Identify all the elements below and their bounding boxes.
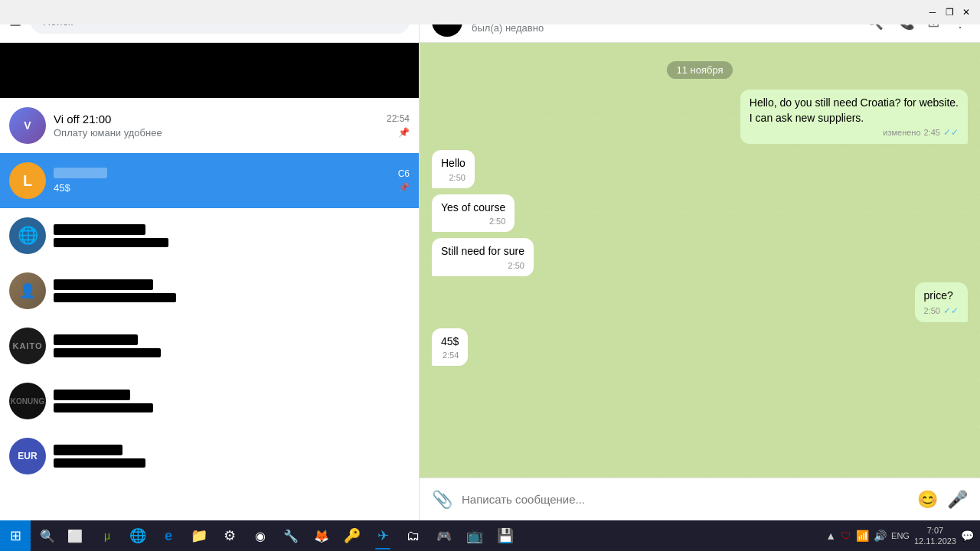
tray-antivirus[interactable]: 🛡 bbox=[841, 530, 851, 542]
date-badge: 11 ноября bbox=[667, 61, 732, 79]
chat-item-blacked-top[interactable] bbox=[0, 43, 419, 98]
chat-area: был(а) недавно 🔍 📞 ⊞ ⋮ 11 ноября Hello, … bbox=[420, 0, 980, 520]
avatar-kaito: KAITO bbox=[9, 328, 46, 364]
pin-icon-l: 📌 bbox=[398, 182, 410, 193]
taskbar-app-misc1[interactable]: 🔧 bbox=[276, 520, 306, 551]
start-button[interactable]: ⊞ bbox=[0, 520, 31, 551]
chat-info-person2 bbox=[54, 279, 410, 302]
message-time-4: 2:50 bbox=[508, 261, 524, 270]
message-footer-5: 2:50 ✓✓ bbox=[924, 305, 959, 316]
chat-item-person2[interactable]: 👤 bbox=[0, 263, 419, 318]
taskbar-app-telegram[interactable]: ✈ bbox=[368, 520, 398, 551]
taskbar-app-folder[interactable]: 🗂 bbox=[398, 520, 429, 551]
message-text-1: Hello, do you still need Croatia? for we… bbox=[750, 96, 959, 126]
chat-meta-vi: 22:54 📌 bbox=[387, 113, 410, 138]
taskbar-search[interactable]: 🔍 bbox=[34, 522, 61, 549]
read-check-5: ✓✓ bbox=[943, 305, 959, 316]
taskbar-app-utorrent[interactable]: μ bbox=[92, 520, 122, 551]
message-time-6: 2:54 bbox=[443, 350, 459, 360]
message-bubble-3[interactable]: Yes of course 2:50 bbox=[432, 194, 514, 233]
message-time-3: 2:50 bbox=[489, 217, 505, 226]
message-time-5: 2:50 bbox=[924, 306, 940, 315]
taskbar-app-edge[interactable]: e bbox=[153, 520, 184, 551]
mic-icon[interactable]: 🎤 bbox=[947, 490, 968, 510]
attach-icon[interactable]: 📎 bbox=[432, 490, 452, 510]
message-footer-3: 2:50 bbox=[441, 217, 505, 226]
message-time-1: 2:45 bbox=[924, 128, 940, 137]
chat-info-kaito bbox=[54, 334, 410, 357]
chat-item-konung[interactable]: KONUNG bbox=[0, 373, 419, 429]
avatar-l: L bbox=[9, 162, 46, 199]
message-footer-2: 2:50 bbox=[441, 173, 466, 182]
tray-volume[interactable]: 🔊 bbox=[874, 530, 887, 542]
taskbar-app-files[interactable]: 📁 bbox=[184, 520, 214, 551]
message-footer-6: 2:54 bbox=[441, 350, 459, 360]
chat-list: V Vi off 21:00 Оплату юмани удобнее 22:5… bbox=[0, 43, 419, 520]
chat-item-globe[interactable]: 🌐 bbox=[0, 208, 419, 263]
tray-arrow[interactable]: ▲ bbox=[825, 530, 836, 542]
taskbar-app-storage[interactable]: 💾 bbox=[490, 520, 521, 551]
chat-input-area: 📎 😊 🎤 bbox=[420, 478, 980, 520]
message-bubble-1[interactable]: Hello, do you still need Croatia? for we… bbox=[740, 90, 968, 144]
message-row-3: Yes of course 2:50 bbox=[432, 194, 968, 233]
restore-button[interactable]: ❐ bbox=[942, 5, 957, 20]
chat-preview-l: 45$ bbox=[54, 182, 390, 194]
tray-network[interactable]: 📶 bbox=[856, 530, 869, 542]
message-row-6: 45$ 2:54 bbox=[432, 328, 968, 367]
chat-time-vi: 22:54 bbox=[387, 113, 410, 124]
message-text-5: price? bbox=[924, 289, 959, 304]
taskbar-app-key[interactable]: 🔑 bbox=[337, 520, 368, 551]
minimize-button[interactable]: ─ bbox=[925, 5, 940, 20]
chat-item-eur[interactable]: EUR bbox=[0, 429, 419, 484]
chat-name-l bbox=[54, 168, 390, 181]
taskbar-apps: μ 🌐 e 📁 ⚙ ◉ 🔧 🦊 🔑 ✈ 🗂 🎮 📺 💾 bbox=[89, 520, 819, 551]
chat-info-eur bbox=[54, 445, 410, 468]
message-footer-4: 2:50 bbox=[441, 261, 524, 270]
chat-name-vi: Vi off 21:00 bbox=[54, 112, 379, 126]
close-button[interactable]: ✕ bbox=[959, 5, 974, 20]
taskbar-tray: ▲ 🛡 📶 🔊 ENG 7:07 12.11.2023 💬 bbox=[819, 525, 980, 547]
chat-meta-l: С6 📌 bbox=[398, 168, 410, 193]
message-bubble-6[interactable]: 45$ 2:54 bbox=[432, 328, 468, 367]
tray-lang[interactable]: ENG bbox=[891, 531, 910, 540]
message-input[interactable] bbox=[462, 493, 908, 506]
message-row-2: Hello 2:50 bbox=[432, 150, 968, 188]
taskbar-app-tv[interactable]: 📺 bbox=[459, 520, 490, 551]
avatar-person2: 👤 bbox=[9, 272, 46, 309]
chat-info-konung bbox=[54, 390, 410, 412]
message-row-1: Hello, do you still need Croatia? for we… bbox=[432, 90, 968, 144]
taskbar-app-chrome[interactable]: ◉ bbox=[245, 520, 276, 551]
chat-item-kaito[interactable]: KAITO bbox=[0, 318, 419, 373]
chat-time-l: С6 bbox=[398, 168, 410, 179]
avatar-globe: 🌐 bbox=[9, 217, 46, 254]
chat-info-vi: Vi off 21:00 Оплату юмани удобнее bbox=[54, 112, 379, 139]
taskbar-app-browser[interactable]: 🌐 bbox=[122, 520, 153, 551]
message-footer-1: изменено 2:45 ✓✓ bbox=[750, 127, 959, 138]
tray-time: 7:07 bbox=[927, 525, 943, 536]
emoji-icon[interactable]: 😊 bbox=[917, 490, 938, 510]
tray-clock[interactable]: 7:07 12.11.2023 bbox=[914, 525, 956, 547]
pin-icon-vi: 📌 bbox=[398, 127, 410, 138]
taskbar-app-settings[interactable]: ⚙ bbox=[214, 520, 245, 551]
taskbar-app-firefox[interactable]: 🦊 bbox=[306, 520, 337, 551]
message-text-3: Yes of course bbox=[441, 201, 505, 216]
messages-area: 11 ноября Hello, do you still need Croat… bbox=[420, 43, 980, 478]
avatar-vi: V bbox=[9, 107, 46, 144]
task-view[interactable]: ⬜ bbox=[61, 522, 89, 549]
chat-info-globe bbox=[54, 224, 410, 247]
message-row-4: Still need for sure 2:50 bbox=[432, 238, 968, 276]
edited-label-1: изменено bbox=[883, 128, 920, 137]
tray-notification[interactable]: 💬 bbox=[961, 530, 974, 542]
chat-item-l[interactable]: L 45$ С6 📌 bbox=[0, 153, 419, 208]
message-bubble-4[interactable]: Still need for sure 2:50 bbox=[432, 238, 534, 276]
message-bubble-2[interactable]: Hello 2:50 bbox=[432, 150, 475, 188]
message-bubble-5[interactable]: price? 2:50 ✓✓ bbox=[915, 282, 968, 322]
chat-item-vi[interactable]: V Vi off 21:00 Оплату юмани удобнее 22:5… bbox=[0, 98, 419, 153]
read-check-1: ✓✓ bbox=[943, 127, 959, 138]
avatar-eur: EUR bbox=[9, 438, 46, 474]
avatar-konung: KONUNG bbox=[9, 383, 46, 419]
message-row-5: price? 2:50 ✓✓ bbox=[432, 282, 968, 322]
message-time-2: 2:50 bbox=[449, 173, 465, 182]
message-text-4: Still need for sure bbox=[441, 244, 524, 259]
taskbar-app-game[interactable]: 🎮 bbox=[429, 520, 459, 551]
